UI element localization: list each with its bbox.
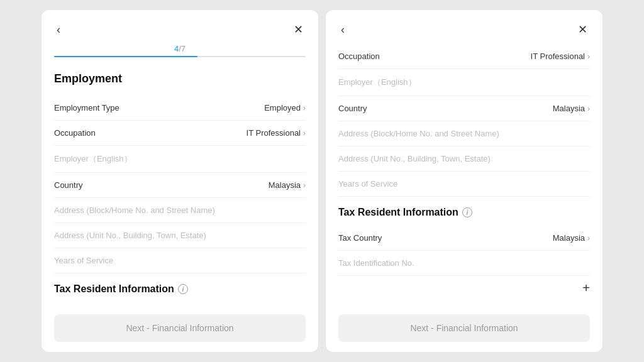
footer-note: The above services provided by Long Brid… — [338, 300, 590, 307]
progress-container: 4/7 — [42, 44, 318, 65]
employer-field[interactable]: Employer（English） — [54, 146, 306, 173]
p2-country-value: Malaysia › — [553, 104, 590, 113]
chevron-icon: › — [303, 181, 306, 190]
occupation-row[interactable]: Occupation IT Professional › — [54, 121, 306, 146]
tax-resident-title: Tax Resident Information i — [54, 283, 306, 295]
p2-occupation-label: Occupation — [338, 52, 380, 61]
chevron-icon: › — [303, 129, 306, 138]
back-icon-panel1[interactable]: ‹ — [54, 21, 63, 39]
panel-1-content: Employment Employment Type Employed › Oc… — [42, 65, 318, 307]
country-label: Country — [54, 180, 83, 190]
occupation-value: IT Professional › — [247, 128, 306, 138]
p2-tax-info-icon[interactable]: i — [462, 207, 472, 217]
back-icon-panel2[interactable]: ‹ — [338, 21, 347, 39]
p2-occupation-row[interactable]: Occupation IT Professional › — [338, 44, 590, 69]
add-tax-row-button[interactable]: + — [338, 276, 590, 300]
p2-address1-field[interactable]: Address (Block/Home No. and Street Name) — [338, 121, 590, 146]
p2-tax-id-field[interactable]: Tax Identification No. — [338, 251, 590, 276]
p2-address2-field[interactable]: Address (Unit No., Building, Town, Estat… — [338, 146, 590, 172]
p2-country-row[interactable]: Country Malaysia › — [338, 96, 590, 121]
panel-2-content: Occupation IT Professional › Employer（En… — [326, 44, 602, 307]
employment-type-value: Employed › — [264, 103, 306, 112]
next-button-panel1[interactable]: Next - Financial Information — [54, 314, 306, 342]
years-service-field[interactable]: Years of Service — [54, 248, 306, 273]
employment-title: Employment — [54, 72, 306, 85]
panel-2: ‹ ✕ Occupation IT Professional › Employe… — [326, 10, 602, 352]
p2-country-label: Country — [338, 104, 367, 113]
progress-track — [54, 56, 306, 57]
p2-occupation-value: IT Professional › — [531, 52, 590, 61]
panel-1: ‹ ✕ 4/7 Employment Employment Type Emplo… — [42, 10, 318, 352]
country-value: Malaysia › — [269, 180, 306, 190]
p2-tax-country-value: Malaysia › — [553, 233, 590, 243]
chevron-icon: › — [587, 234, 590, 243]
tax-info-icon[interactable]: i — [178, 284, 188, 294]
p2-tax-country-label: Tax Country — [338, 233, 382, 243]
country-row[interactable]: Country Malaysia › — [54, 173, 306, 198]
tax-country-row[interactable]: Tax Country Malaysia › — [54, 302, 306, 307]
p2-tax-resident-title: Tax Resident Information i — [338, 207, 590, 218]
p2-tax-country-row[interactable]: Tax Country Malaysia › — [338, 226, 590, 251]
panel-2-header: ‹ ✕ — [326, 10, 602, 44]
panel-1-footer: Next - Financial Information — [42, 307, 318, 352]
chevron-icon: › — [587, 52, 590, 61]
address1-field[interactable]: Address (Block/Home No. and Street Name) — [54, 198, 306, 223]
address2-field[interactable]: Address (Unit No., Building, Town, Estat… — [54, 223, 306, 248]
employment-type-label: Employment Type — [54, 103, 119, 112]
chevron-icon: › — [587, 104, 590, 113]
panel-1-header: ‹ ✕ — [42, 10, 318, 44]
close-icon-panel2[interactable]: ✕ — [575, 20, 590, 39]
panel-2-footer: Next - Financial Information — [326, 307, 602, 352]
occupation-label: Occupation — [54, 128, 96, 138]
employment-type-row[interactable]: Employment Type Employed › — [54, 96, 306, 121]
close-icon-panel1[interactable]: ✕ — [291, 20, 306, 39]
progress-label: 4/7 — [54, 44, 306, 53]
p2-years-service-field[interactable]: Years of Service — [338, 172, 590, 197]
progress-fill — [54, 56, 197, 57]
p2-employer-field[interactable]: Employer（English） — [338, 69, 590, 96]
chevron-icon: › — [303, 104, 306, 112]
next-button-panel2[interactable]: Next - Financial Information — [338, 314, 590, 342]
